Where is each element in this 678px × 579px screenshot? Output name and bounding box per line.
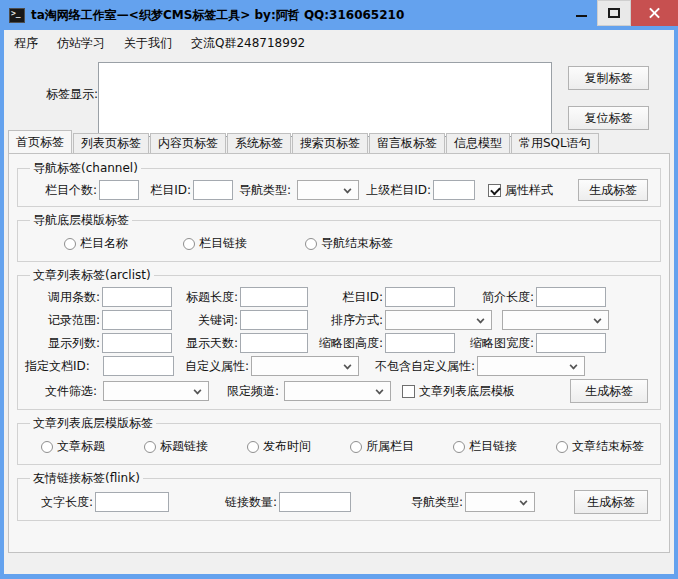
menu-item-program[interactable]: 程序 [14, 35, 38, 52]
minimize-icon [576, 15, 587, 17]
radio-icon [41, 441, 53, 453]
keyword-label: 关键词: [172, 312, 238, 329]
chevron-down-icon [376, 387, 384, 395]
exclude-custom-attr-select[interactable] [477, 356, 585, 376]
tab-system[interactable]: 系统标签 [227, 133, 291, 153]
tab-sql[interactable]: 常用SQL语句 [511, 133, 599, 153]
sort-mode-select[interactable] [385, 310, 492, 330]
link-count-label: 链接数量: [169, 494, 277, 511]
radio-title-link-label: 标题链接 [160, 438, 208, 455]
sort-mode-label: 排序方式: [308, 312, 383, 329]
group-nav-template-legend: 导航底层模版标签 [30, 212, 132, 229]
tag-display-textarea[interactable] [98, 62, 552, 137]
reset-tag-button[interactable]: 复位标签 [568, 106, 649, 130]
text-length-label: 文字长度: [21, 494, 93, 511]
chevron-down-icon [344, 362, 352, 370]
radio-column-link[interactable]: 栏目链接 [183, 235, 247, 252]
thumb-width-input[interactable] [536, 333, 606, 353]
tab-info-model[interactable]: 信息模型 [446, 133, 510, 153]
arclist-row-4: 指定文档ID: 自定义属性: 不包含自定义属性: [21, 355, 648, 377]
column-count-input[interactable] [99, 180, 139, 200]
record-range-label: 记录范围: [21, 312, 100, 329]
radio-nav-end[interactable]: 导航结束标签 [305, 235, 393, 252]
display-columns-label: 显示列数: [21, 335, 100, 352]
keyword-input[interactable] [240, 310, 308, 330]
attr-style-checkbox[interactable]: 属性样式 [488, 182, 553, 199]
radio-title-link[interactable]: 标题链接 [144, 438, 208, 455]
arclist-row-2: 记录范围: 关键词: 排序方式: [21, 309, 648, 331]
chevron-down-icon [570, 362, 578, 370]
radio-belong-column-label: 所属栏目 [366, 438, 414, 455]
article-template-checkbox[interactable]: 文章列表底层模板 [402, 383, 515, 400]
tab-content-page[interactable]: 内容页标签 [150, 133, 226, 153]
channel-row: 栏目个数: 栏目ID: 导航类型: 上级栏目ID: 属性样式 生成标签 [21, 179, 648, 201]
radio-nav-end-label: 导航结束标签 [321, 235, 393, 252]
radio-column-name[interactable]: 栏目名称 [64, 235, 128, 252]
group-arclist-legend: 文章列表标签(arclist) [30, 267, 154, 284]
arclist-column-id-input[interactable] [385, 287, 455, 307]
parent-column-id-input[interactable] [433, 180, 475, 200]
file-filter-label: 文件筛选: [21, 383, 97, 400]
menu-item-clone-learning[interactable]: 仿站学习 [57, 35, 105, 52]
radio-article-end[interactable]: 文章结束标签 [556, 438, 644, 455]
window-controls [565, 0, 678, 28]
radio-icon [144, 441, 156, 453]
custom-attr-label: 自定义属性: [174, 358, 249, 375]
menubar: 程序 仿站学习 关于我们 交流Q群248718992 [4, 30, 674, 56]
radio-icon [453, 441, 465, 453]
channel-limit-select[interactable] [284, 381, 391, 401]
sort-mode-select-2[interactable] [502, 310, 609, 330]
radio-belong-column[interactable]: 所属栏目 [350, 438, 414, 455]
custom-attr-select[interactable] [251, 356, 359, 376]
nav-type-select[interactable] [297, 180, 359, 200]
group-channel-legend: 导航标签(channel) [30, 160, 141, 177]
copy-tag-button[interactable]: 复制标签 [568, 66, 649, 90]
maximize-icon [608, 8, 620, 18]
column-count-label: 栏目个数: [21, 182, 97, 199]
intro-length-input[interactable] [536, 287, 606, 307]
column-id-input[interactable] [193, 180, 233, 200]
close-button[interactable] [631, 0, 678, 26]
display-days-input[interactable] [240, 333, 308, 353]
title-length-input[interactable] [240, 287, 308, 307]
flink-nav-type-select[interactable] [465, 492, 535, 512]
link-count-input[interactable] [279, 492, 351, 512]
menu-item-about[interactable]: 关于我们 [124, 35, 172, 52]
display-columns-input[interactable] [102, 333, 172, 353]
chevron-down-icon [594, 316, 602, 324]
nav-type-label: 导航类型: [233, 182, 291, 199]
group-article-template-legend: 文章列表底层模版标签 [30, 415, 156, 432]
checkbox-unchecked-icon [402, 385, 415, 398]
radio-column-link-label: 栏目链接 [199, 235, 247, 252]
doc-id-input[interactable] [103, 356, 174, 376]
radio-article-title[interactable]: 文章标题 [41, 438, 105, 455]
radio-icon [247, 441, 259, 453]
display-days-label: 显示天数: [172, 335, 238, 352]
radio-icon [64, 238, 76, 250]
file-filter-select[interactable] [103, 381, 209, 401]
radio-column-name-label: 栏目名称 [80, 235, 128, 252]
maximize-button[interactable] [597, 0, 631, 26]
tab-guestbook[interactable]: 留言板标签 [369, 133, 445, 153]
titlebar: >_ ta淘网络工作室—<织梦CMS标签工具> by:阿哲 QQ:3160652… [0, 0, 678, 30]
minimize-button[interactable] [565, 0, 597, 26]
record-range-input[interactable] [102, 310, 172, 330]
radio-publish-time-label: 发布时间 [263, 438, 311, 455]
radio-article-end-label: 文章结束标签 [572, 438, 644, 455]
radio-column-link-2[interactable]: 栏目链接 [453, 438, 517, 455]
thumb-height-input[interactable] [385, 333, 455, 353]
flink-row: 文字长度: 链接数量: 导航类型: 生成标签 [21, 489, 648, 515]
call-count-input[interactable] [102, 287, 172, 307]
tab-home[interactable]: 首页标签 [8, 130, 72, 153]
menu-item-qq-group[interactable]: 交流Q群248718992 [191, 35, 305, 52]
group-arclist: 文章列表标签(arclist) 调用条数: 标题长度: 栏目ID: 简介长度: … [17, 267, 661, 410]
checkbox-checked-icon [488, 184, 501, 197]
text-length-input[interactable] [95, 492, 169, 512]
tab-search-page[interactable]: 搜索页标签 [292, 133, 368, 153]
radio-publish-time[interactable]: 发布时间 [247, 438, 311, 455]
generate-arclist-tag-button[interactable]: 生成标签 [570, 379, 648, 403]
generate-channel-tag-button[interactable]: 生成标签 [578, 179, 648, 201]
tab-list-page[interactable]: 列表页标签 [73, 133, 149, 153]
group-flink-legend: 友情链接标签(flink) [30, 470, 143, 487]
generate-flink-tag-button[interactable]: 生成标签 [574, 490, 648, 514]
